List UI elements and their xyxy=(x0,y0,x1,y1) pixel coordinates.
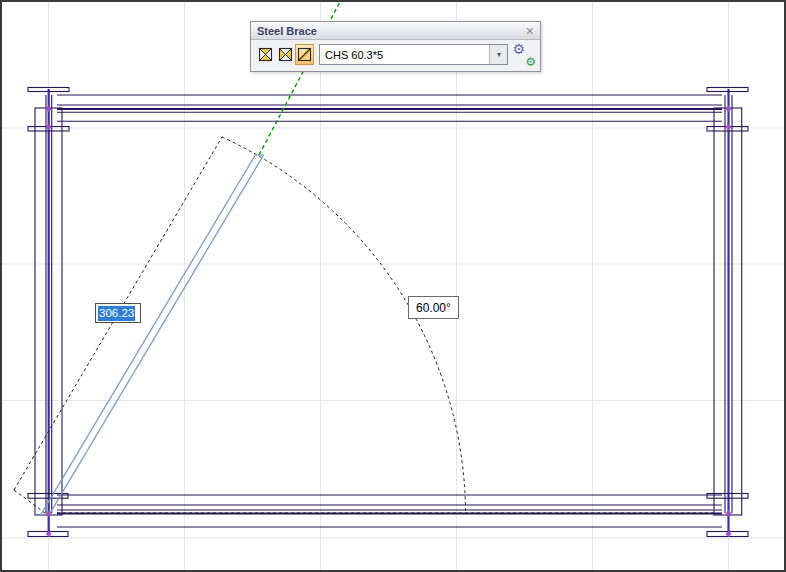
brace-type-x-vertical-button[interactable] xyxy=(256,44,275,65)
brace-layer xyxy=(40,155,264,516)
angle-readout-value: 60.00° xyxy=(416,301,451,315)
close-button[interactable]: × xyxy=(526,24,534,38)
settings-gears-button[interactable]: ⚙ ⚙ xyxy=(512,44,535,65)
dropdown-arrow-button[interactable]: ▾ xyxy=(489,45,507,64)
profile-value: CHS 60.3*5 xyxy=(320,49,489,61)
profile-combobox[interactable]: CHS 60.3*5 ▾ xyxy=(319,44,508,65)
single-diagonal-icon xyxy=(297,47,312,62)
gear-icon: ⚙ xyxy=(525,55,536,69)
dimension-input[interactable]: 306.23 xyxy=(95,303,141,323)
close-icon: × xyxy=(526,23,534,39)
chevron-down-icon: ▾ xyxy=(497,50,501,59)
brace-type-x-horizontal-button[interactable] xyxy=(276,44,295,65)
toolbar-titlebar[interactable]: Steel Brace × xyxy=(251,22,540,40)
toolbar-title: Steel Brace xyxy=(257,25,317,37)
x-brace-horizontal-icon xyxy=(278,47,293,62)
toolbar-body: CHS 60.3*5 ▾ ⚙ ⚙ xyxy=(251,40,540,71)
snap-markers-layer xyxy=(46,106,732,537)
brace-type-single-diagonal-button[interactable] xyxy=(295,44,314,65)
steel-brace-toolbar: Steel Brace × xyxy=(250,21,541,72)
angle-readout: 60.00° xyxy=(408,296,459,319)
dimension-input-selected-text: 306.23 xyxy=(98,306,135,321)
construction-layer xyxy=(14,137,714,516)
x-brace-vertical-icon xyxy=(258,47,273,62)
gear-icon: ⚙ xyxy=(512,41,525,57)
drawing-canvas[interactable] xyxy=(0,0,786,572)
grid-layer xyxy=(0,0,786,572)
cad-viewport: 306.23 60.00° Steel Brace × xyxy=(0,0,786,572)
